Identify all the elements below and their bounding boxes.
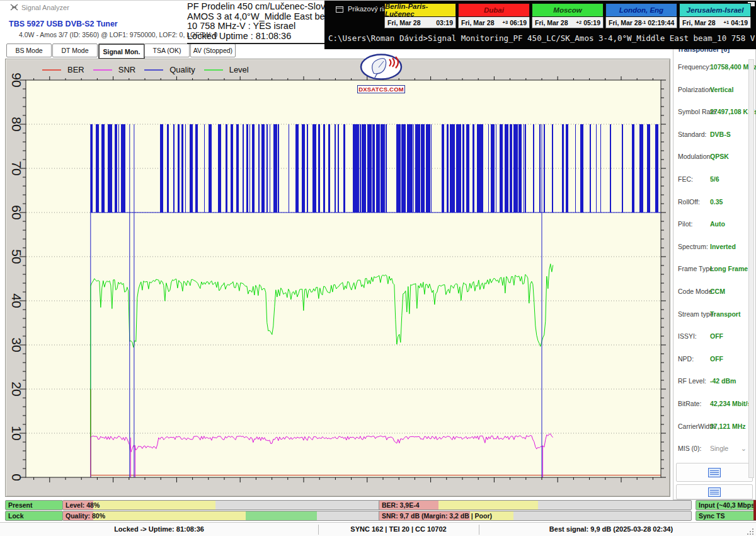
statusbar-uptime: Locked -> Uptime: 81:08:36 [0,525,318,533]
console-window-icon [336,6,343,13]
clock-jerusalem: Jerusalem-Israel Fri, Mar 28+104:19 [679,3,751,28]
edge-marker [753,500,756,520]
transponder-row: Polarization:Vertical [673,86,755,98]
transponder-panel: Transponder [6] Frequency:10758,400 MHzP… [673,42,756,500]
console-command-line[interactable]: C:\Users\Roman Dávid>Signal Monitoring_P… [328,33,756,43]
resize-grip[interactable] [747,528,755,536]
present-indicator: Present [5,500,63,510]
transponder-row: Frame Type:Long Frame [673,265,755,277]
transponder-row: CarrierWidth:37,121 MHz [673,422,755,435]
transponder-row: Frequency:10758,400 MHz [673,63,755,76]
transponder-row: NPD:OFF [673,355,755,368]
transponder-list-button-2[interactable] [676,484,753,499]
caption-line-2: AMOS 3 at 4,0°W_Middle East beam [187,12,325,22]
window-title: Signal Analyzer [10,4,69,11]
signal-plot [6,59,668,495]
sync-ts-bar: Sync TS [696,511,756,521]
tab-dt-mode[interactable]: DT Mode [52,44,98,57]
clock-moscow: Moscow Fri, Mar 28+205:19 [532,3,604,28]
satellite-dish-icon [360,54,403,80]
tuner-name: TBS 5927 USB DVB-S2 Tuner [9,20,118,28]
quality-bar: Quality: 80% [62,511,381,521]
transponder-row: RollOff:0.35 [673,198,755,211]
lock-indicator: Lock [5,511,63,521]
ber-bar: BER: 3,9E-4 [379,500,692,510]
tab-signal-mon[interactable]: Signal Mon. [98,44,145,59]
transponder-row: ISSYI:OFF [673,332,755,345]
transponder-list-button[interactable] [676,463,753,482]
caption-line-1: PF Prodelin 450 cm/Lučenec-Slovakia [187,2,325,12]
transponder-row: Pilot:Auto [673,220,755,233]
statusbar-best-signal: Best signal: 9,9 dB (2025-03-28 02:34) [479,525,743,533]
clock-dubai: Dubai Fri, Mar 28+306:19 [458,3,530,28]
list-icon [708,468,721,477]
level-bar: Level: 48% [62,500,381,510]
transponder-row: RF Level:-42 dBm [673,377,755,390]
transponder-row: Spectrum:Inverted [673,243,755,255]
transponder-row: Symbol Rate:27497,108 KS/s [673,108,755,120]
caption-overlay: PF Prodelin 450 cm/Lučenec-Slovakia AMOS… [187,2,325,44]
statusbar-sync-counts: SYNC 162 | TEI 20 | CC 10702 [318,525,479,533]
tab-bs-mode[interactable]: BS Mode [6,44,52,57]
transponder-row: Modulation:QPSK [673,153,755,165]
clock-london: London, Eng Fri, Mar 28-102:19:44 [605,3,677,28]
world-clocks: Berlin-Paris-Lučenec Fri, Mar 2803:19 Du… [384,3,751,28]
dxsatcs-logo: DXSATCS.COM [357,54,406,94]
chevron-down-icon[interactable]: ⌄ [741,445,747,453]
transponder-row: Standard:DVB-S [673,131,755,143]
signal-chart-panel: BER SNR Quality Level 90 80 70 60 50 40 … [5,59,670,497]
list-icon [708,487,721,497]
sidebar-scrollbar[interactable] [748,59,754,478]
transponder-row: Stream type:Transport [673,310,755,323]
clock-berlin: Berlin-Paris-Lučenec Fri, Mar 2803:19 [384,3,456,28]
statusbar: Locked -> Uptime: 81:08:36 SYNC 162 | TE… [0,522,756,536]
transponder-row: FEC:5/6 [673,175,755,188]
transponder-row: BitRate:42,234 Mbit/s [673,400,755,412]
mis-row: MIS (0): Single ⌄ [673,445,755,457]
input-bar: Input (~40,3 Mbps) [696,500,756,510]
mis-dropdown[interactable]: Single [710,445,728,452]
tab-av[interactable]: AV (Stopped) [190,44,236,57]
tab-tsa[interactable]: TSA (OK) [144,44,190,57]
console-window[interactable]: Prikazový riadok Berlin-Paris-Lučenec Fr… [324,1,756,49]
transponder-row: Code Mode:CCM [673,288,755,300]
caption-line-4: Locked Uptime : 81:08:36 [187,32,325,42]
logo-text: DXSATCS.COM [357,85,405,93]
app-icon [10,4,18,11]
snr-bar: SNR: 9,7 dB (Margin: 3,2 dB | Poor) [379,511,692,521]
caption-line-3: 10 758 MHz-V : YES israel [187,21,325,32]
